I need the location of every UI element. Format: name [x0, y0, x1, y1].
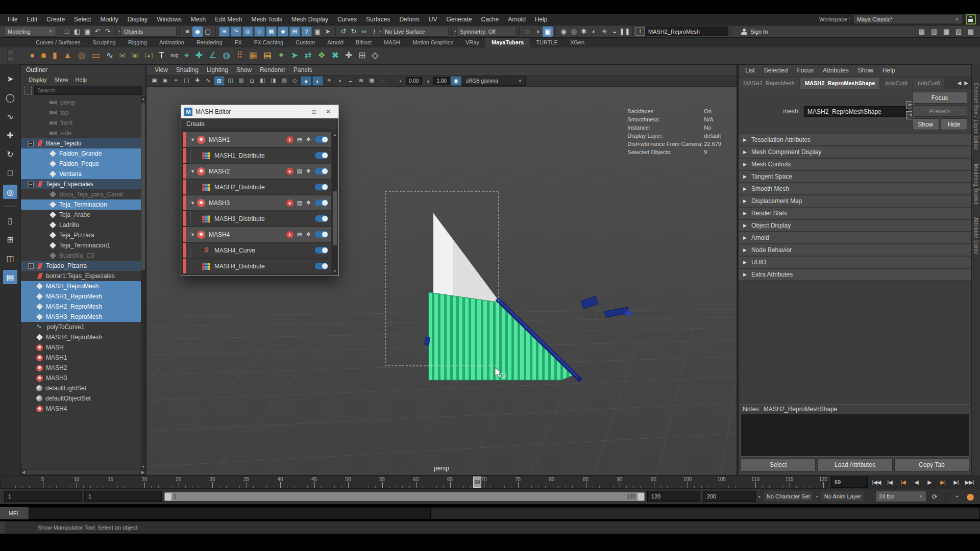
play-backwards-button[interactable]: ◀ — [910, 477, 923, 488]
modeling-toolkit-icon[interactable]: ▣ — [543, 27, 553, 37]
shelf-tab[interactable]: Arnold — [321, 38, 350, 47]
bookmark-icon[interactable]: ⌖ — [171, 76, 181, 85]
show-manipulator-tool[interactable]: ◎ — [3, 185, 17, 199]
sidebar-vertical-tab[interactable]: Channel Box / Layer Editor — [973, 83, 979, 151]
outliner-item[interactable]: Ventana — [21, 169, 145, 179]
snap-grid-icon[interactable]: ⊞ — [219, 27, 230, 37]
use-all-lights-icon[interactable]: ✳ — [324, 76, 334, 85]
poly-cube-icon[interactable]: ■ — [41, 48, 46, 63]
attribute-section-row[interactable]: ▶ Render Stats — [739, 208, 971, 220]
expand-toggle-icon[interactable] — [41, 202, 47, 208]
outliner-item[interactable]: Teja_Terminacion — [21, 199, 145, 210]
selection-mask-dropdown[interactable]: Objects — [120, 26, 177, 37]
attribute-editor-menu-item[interactable]: Focus — [792, 65, 818, 76]
copy-tab-button[interactable]: Copy Tab — [894, 458, 969, 471]
add-node-icon[interactable]: + — [286, 168, 293, 175]
motion-blur-icon[interactable]: ≋ — [356, 76, 366, 85]
play-forwards-button[interactable]: ▶ — [923, 477, 936, 488]
render-view-icon[interactable]: ◉ — [558, 27, 569, 37]
ambient-occlusion-icon[interactable]: ◒ — [346, 76, 355, 85]
network-enable-toggle[interactable] — [315, 136, 328, 143]
menubar-item[interactable]: Modify — [95, 14, 122, 25]
select-tool[interactable]: ➤ — [3, 71, 17, 86]
attribute-section-row[interactable]: ▶ Tangent Space — [739, 171, 971, 183]
animation-start-field[interactable]: 1 — [4, 491, 82, 502]
close-icon[interactable]: ✕ — [321, 106, 335, 117]
focus-button[interactable]: Focus — [912, 92, 967, 104]
mash-node-row[interactable]: MASH4_Distribute — [183, 259, 331, 273]
mash-network-row[interactable]: ▼ MASH2 + ▤ ❖ — [183, 164, 331, 179]
attribute-section-row[interactable]: ▶ Extra Attributes — [739, 269, 971, 281]
cut-tool-icon[interactable]: ✖ — [332, 48, 339, 63]
measure-angle-icon[interactable]: ∠ — [209, 48, 216, 63]
scale-tool[interactable]: □ — [3, 166, 17, 180]
attribute-editor-menu-item[interactable]: Selected — [760, 65, 793, 76]
shelf-tab[interactable]: FX — [229, 38, 248, 47]
menubar-item[interactable]: UV — [424, 14, 442, 25]
outliner-item[interactable]: defaultLightSet — [21, 383, 145, 393]
load-attributes-button[interactable]: Load Attributes — [817, 458, 892, 471]
outliner-item[interactable]: polyToCurve1 — [21, 322, 145, 332]
poly-cylinder-icon[interactable]: ▮ — [53, 48, 57, 63]
shelf-tab[interactable]: MASH — [378, 38, 406, 47]
attribute-editor-toggle-icon[interactable]: ▧ — [953, 27, 964, 37]
range-start-handle[interactable] — [165, 493, 172, 500]
expand-toggle-icon[interactable] — [28, 263, 34, 269]
shelf-tab[interactable]: Animation — [153, 38, 190, 47]
expand-toggle-icon[interactable] — [41, 233, 47, 238]
expand-toggle-icon[interactable] — [28, 335, 34, 340]
shelf-tab[interactable]: Bifrost — [350, 38, 378, 47]
node-notes-icon[interactable]: ▤ — [297, 136, 302, 143]
node-enable-toggle[interactable] — [315, 152, 328, 159]
text-tool-icon[interactable]: T — [159, 48, 164, 63]
outliner-item[interactable]: Ladrillo — [21, 220, 145, 230]
mash-network-row[interactable]: ▼ MASH1 + ▤ ❖ — [183, 132, 331, 147]
sidebar-vertical-tab[interactable]: Attribute Editor — [973, 217, 979, 255]
expand-toggle-icon[interactable] — [28, 182, 34, 187]
chevron-down-icon[interactable]: ▾ — [758, 494, 761, 499]
poly-torus-icon[interactable]: ◎ — [78, 48, 86, 63]
window-titlebar[interactable]: M MASH Editor — □ ✕ — [181, 105, 338, 118]
current-frame-field[interactable]: 69 — [831, 477, 868, 488]
shelf-tab[interactable]: TURTLE — [530, 38, 564, 47]
bracket-circle-icon[interactable]: [◉] — [132, 48, 139, 63]
menu-set-dropdown[interactable]: Modeling▼ — [4, 26, 56, 37]
arrow-tool-icon[interactable]: ➤ — [291, 48, 298, 63]
select-component-icon[interactable]: ▢ — [203, 27, 213, 37]
pan-zoom-icon[interactable]: ✚ — [192, 76, 202, 85]
tab-scroll-left-icon[interactable]: ◀ — [958, 78, 962, 89]
expand-toggle-icon[interactable] — [41, 222, 47, 228]
viewport-menu-item[interactable]: Show — [232, 65, 256, 75]
current-frame-marker[interactable]: 69 — [473, 477, 481, 488]
sidebar-vertical-tab[interactable]: Modeling Toolkit — [973, 164, 979, 205]
menubar-item[interactable]: Create — [42, 14, 69, 25]
chevron-down-icon[interactable]: ▼ — [190, 201, 195, 206]
add-node-icon[interactable]: + — [286, 231, 293, 238]
render-settings-icon[interactable]: ✱ — [579, 27, 589, 37]
measure-distance-icon[interactable]: ⌖ — [184, 48, 189, 63]
exposure-icon[interactable]: ◔ — [395, 77, 405, 85]
grease-pencil-icon[interactable]: ∿ — [203, 76, 213, 85]
viewport-menu-item[interactable]: Panels — [289, 65, 316, 75]
sign-in-button[interactable]: Sign In — [741, 29, 768, 35]
bracket-cone-icon[interactable]: [▲] — [145, 48, 153, 63]
wireframe-icon[interactable]: ◇ — [290, 76, 300, 85]
outliner-item[interactable]: MASH4_ReproMesh — [21, 332, 145, 342]
hide-button[interactable]: Hide — [941, 118, 968, 130]
outliner-item[interactable]: borrar1:Tejas_Especiales — [21, 271, 145, 281]
node-tab[interactable]: polyCut9 — [880, 78, 912, 89]
multisampling-icon[interactable]: ▦ — [367, 76, 377, 85]
shelf-editor-buttons[interactable] — [7, 49, 13, 62]
expand-toggle-icon[interactable] — [28, 365, 34, 371]
mash-create-menu[interactable]: Create — [181, 118, 338, 130]
paint-select-tool[interactable]: ∿ — [3, 109, 17, 123]
layout-single-pane[interactable]: ▯ — [3, 213, 17, 228]
expand-toggle-icon[interactable] — [28, 396, 34, 402]
sweep-mesh-icon[interactable]: ◍ — [223, 48, 230, 63]
expand-toggle-icon[interactable] — [41, 151, 47, 157]
character-set-dropdown[interactable]: No Character Set — [763, 491, 814, 502]
tab-scroll-right-icon[interactable]: ▶ — [964, 78, 968, 89]
make-live-icon[interactable]: ◆ — [278, 27, 288, 37]
tool-settings-toggle-icon[interactable]: ▩ — [966, 27, 976, 37]
node-tab[interactable]: polyCut8 — [913, 78, 944, 89]
